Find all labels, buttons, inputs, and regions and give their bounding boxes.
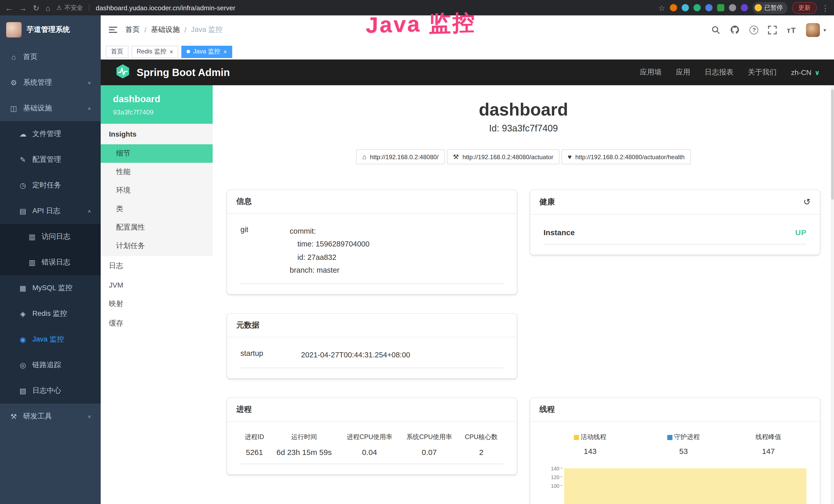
- table-row[interactable]: Instance UP: [544, 222, 807, 245]
- java-monitor-icon: ◉: [19, 335, 27, 344]
- sba-brand[interactable]: Spring Boot Admin: [137, 67, 230, 78]
- sidebar-item-tracing[interactable]: ◎ 链路追踪: [0, 352, 101, 378]
- sidebar-item-error-logs[interactable]: ▥ 错误日志: [0, 250, 101, 275]
- menu-item-caches[interactable]: 缓存: [101, 314, 213, 333]
- actuator-url-link[interactable]: ⚒ http://192.168.0.2:48080/actuator: [447, 150, 559, 164]
- service-url-link[interactable]: ⌂ http://192.168.0.2:48080/: [356, 150, 445, 164]
- history-icon[interactable]: ↺: [804, 197, 811, 207]
- sidebar-item-access-logs[interactable]: ▥ 访问日志: [0, 224, 101, 250]
- sidebar-item-label: 首页: [23, 52, 38, 62]
- sidebar-item-config-management[interactable]: ✎ 配置管理: [0, 147, 101, 173]
- sidebar-item-label: 链路追踪: [32, 361, 61, 370]
- extension-icon[interactable]: [729, 4, 736, 11]
- menu-item-environment[interactable]: 环境: [101, 181, 213, 200]
- bookmark-star-icon[interactable]: ☆: [658, 4, 665, 12]
- breadcrumb-home[interactable]: 首页: [125, 25, 140, 35]
- sidebar-item-log-center[interactable]: ▧ 日志中心: [0, 378, 101, 404]
- sba-nav-wallboard[interactable]: 应用墙: [640, 68, 662, 77]
- sidebar-item-label: 定时任务: [32, 181, 61, 190]
- extension-icon[interactable]: [705, 4, 712, 11]
- menu-item-metrics[interactable]: 性能: [101, 163, 213, 181]
- user-avatar[interactable]: [806, 23, 820, 37]
- extension-icon[interactable]: [682, 4, 689, 11]
- sidebar-item-scheduled-tasks[interactable]: ◷ 定时任务: [0, 173, 101, 198]
- card-title: 元数据: [236, 320, 259, 330]
- sidebar-item-mysql-monitor[interactable]: ▦ MySQL 监控: [0, 275, 101, 301]
- tab-redis-monitor[interactable]: Redis 监控 ×: [132, 45, 178, 58]
- sidebar-item-system-management[interactable]: ⚙ 系统管理 ∨: [0, 70, 101, 95]
- profile-chip[interactable]: 已暂停: [752, 2, 788, 14]
- instance-header[interactable]: dashboard 93a3fc7f7409: [101, 85, 213, 124]
- sidebar-item-infrastructure[interactable]: ◫ 基础设施 ∧: [0, 95, 101, 121]
- sidebar-item-file-management[interactable]: ☁ 文件管理: [0, 121, 101, 147]
- locale-select[interactable]: zh-CN ∨: [791, 68, 820, 76]
- link-text: http://192.168.0.2:48080/actuator/health: [575, 153, 685, 160]
- sidebar-item-dev-tools[interactable]: ⚒ 研发工具 ∨: [0, 404, 101, 429]
- back-icon[interactable]: ←: [5, 4, 13, 12]
- timer-icon: ◷: [19, 181, 27, 189]
- legend-peak-threads: 线程峰值: [730, 429, 807, 446]
- live-threads-area: [564, 468, 807, 504]
- close-icon[interactable]: ×: [223, 48, 227, 55]
- browser-home-icon[interactable]: ⌂: [45, 4, 50, 12]
- card-title: 健康: [540, 197, 555, 207]
- github-icon[interactable]: [730, 25, 740, 35]
- forward-icon[interactable]: →: [19, 4, 27, 12]
- sidebar-item-api-logs[interactable]: ▤ API 日志 ∧: [0, 198, 101, 224]
- tab-home[interactable]: 首页: [106, 45, 128, 58]
- process-table: 进程ID 运行时间 进程CPU使用率 系统CPU使用率 CPU核心数: [240, 429, 503, 464]
- table-row: 5261 6d 23h 15m 59s 0.04 0.07 2: [240, 447, 503, 464]
- annotation-java-monitor: Java 监控: [366, 8, 476, 40]
- sba-nav-journal[interactable]: 日志报表: [705, 68, 733, 77]
- menu-item-classes[interactable]: 类: [101, 200, 213, 218]
- menu-item-jvm[interactable]: JVM: [101, 276, 213, 294]
- extension-icon[interactable]: [694, 4, 701, 11]
- menu-item-config-props[interactable]: 配置属性: [101, 218, 213, 237]
- tag-tabs: 首页 Redis 监控 × Java 监控 ×: [101, 44, 834, 60]
- app-title: 芋道管理系统: [27, 25, 70, 35]
- tab-java-monitor[interactable]: Java 监控 ×: [181, 45, 232, 58]
- heart-icon: ♥: [568, 153, 571, 161]
- menu-section-insights: Insights: [101, 124, 213, 144]
- scrollbar-track[interactable]: [831, 85, 834, 504]
- sidebar-item-redis-monitor[interactable]: ◈ Redis 监控: [0, 301, 101, 327]
- menu-item-logs[interactable]: 日志: [101, 256, 213, 276]
- value-daemon-threads: 53: [637, 446, 730, 460]
- status-badge: UP: [795, 228, 807, 237]
- extension-icon[interactable]: [670, 4, 677, 11]
- menu-item-mappings[interactable]: 映射: [101, 294, 213, 314]
- sidebar-item-label: 访问日志: [42, 232, 70, 241]
- breadcrumb-infrastructure[interactable]: 基础设施: [151, 25, 180, 35]
- sidebar-item-java-monitor[interactable]: ◉ Java 监控: [0, 327, 101, 352]
- menu-item-scheduled-tasks[interactable]: 计划任务: [101, 237, 213, 255]
- trace-icon: ◎: [19, 361, 27, 369]
- sidebar-item-label: 研发工具: [23, 412, 52, 421]
- sba-nav-applications[interactable]: 应用: [676, 68, 690, 77]
- menu-item-details[interactable]: 细节: [101, 144, 213, 163]
- chrome-update-button[interactable]: 更新: [792, 2, 817, 14]
- search-icon[interactable]: [712, 25, 721, 34]
- process-card: 进程 进程ID 运行时间 进程CPU使用率 系统CPU使用率: [227, 398, 517, 475]
- database-icon: ▦: [19, 284, 27, 292]
- sidebar-item-label: 系统管理: [23, 78, 52, 87]
- close-icon[interactable]: ×: [170, 48, 173, 55]
- extension-icon[interactable]: [717, 4, 724, 11]
- font-size-icon[interactable]: тT: [787, 25, 796, 34]
- health-url-link[interactable]: ♥ http://192.168.0.2:48080/actuator/heal…: [562, 150, 691, 164]
- scrollbar-thumb[interactable]: [831, 89, 834, 200]
- sba-header: Spring Boot Admin 应用墙 应用 日志报表 关于我们 zh-CN…: [101, 60, 834, 85]
- fullscreen-icon[interactable]: [768, 25, 777, 34]
- sba-nav-about[interactable]: 关于我们: [748, 68, 777, 77]
- chevron-down-icon: ∨: [87, 80, 91, 85]
- browser-menu-icon[interactable]: ⋮: [821, 4, 829, 12]
- app-brand[interactable]: 芋道管理系统: [0, 16, 101, 44]
- breadcrumb-separator: /: [144, 26, 147, 34]
- reload-icon[interactable]: ↻: [33, 4, 39, 12]
- metadata-card: 元数据 startup 2021-04-27T00:44:31.254+08:0…: [227, 314, 517, 379]
- security-indicator[interactable]: ⚠ 不安全: [56, 3, 83, 12]
- tools-icon: ⚒: [9, 412, 18, 420]
- hamburger-icon[interactable]: [109, 27, 117, 33]
- extension-icon[interactable]: [741, 4, 748, 11]
- help-icon[interactable]: ?: [750, 25, 759, 34]
- sidebar-item-home[interactable]: ⌂ 首页: [0, 44, 101, 70]
